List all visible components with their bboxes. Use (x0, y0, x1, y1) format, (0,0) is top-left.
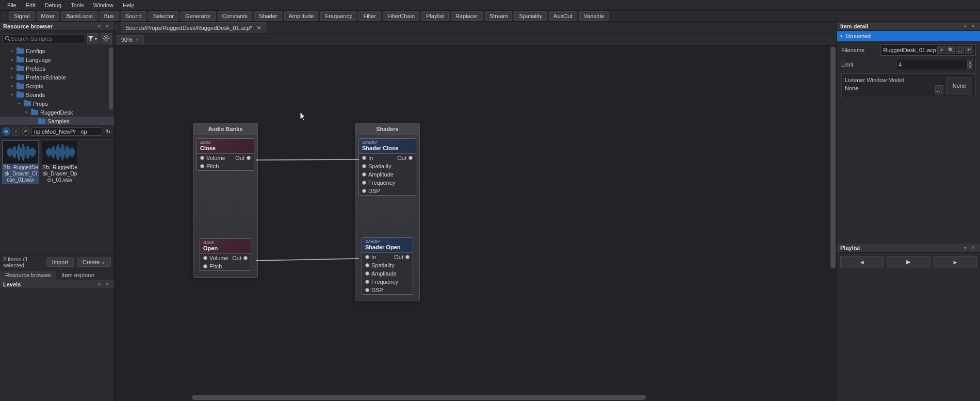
group-shaders[interactable]: Shaders Shader Shader Close InOut Spatia… (355, 123, 420, 301)
nav-up-button[interactable]: ↶ (22, 127, 30, 136)
menu-edit[interactable]: Edit (22, 1, 40, 9)
reset-icon[interactable]: ↶ (965, 46, 973, 54)
tree-row[interactable]: ▸Scripts (0, 82, 114, 90)
port-amplitude[interactable] (362, 172, 366, 177)
canvas-horizontal-scrollbar[interactable] (192, 395, 826, 400)
tab-item-explorer[interactable]: Item explorer (56, 270, 100, 280)
expand-arrow-icon[interactable]: ▾ (24, 110, 29, 115)
menu-debug[interactable]: Debug (41, 1, 66, 9)
panel-options-icon[interactable]: ▾ (961, 244, 969, 251)
port-amplitude[interactable] (365, 271, 369, 276)
port-frequency[interactable] (362, 181, 366, 185)
tool-sound[interactable]: Sound (121, 11, 146, 21)
browse-icon[interactable]: 🔍 (946, 46, 955, 54)
tab-resource-browser[interactable]: Resource browser (0, 270, 56, 280)
tree-row[interactable]: ▾Props (0, 99, 114, 108)
close-icon[interactable]: ✕ (256, 24, 262, 31)
tool-signal[interactable]: Signal (9, 11, 35, 21)
limit-spinner[interactable]: ▲▼ (967, 60, 973, 69)
port-in[interactable] (365, 255, 369, 259)
port-out[interactable] (405, 255, 410, 259)
expand-arrow-icon[interactable]: ▸ (9, 57, 14, 62)
tool-replacer[interactable]: Replacer (451, 11, 483, 21)
menu-window[interactable]: Window (89, 1, 118, 9)
group-audio-banks[interactable]: Audio Banks Bank Close Volume Out Pitch (193, 123, 258, 278)
tree-row[interactable]: ▾RuggedDesk (0, 108, 114, 117)
tool-variable[interactable]: Variable (579, 11, 609, 21)
tree-row[interactable]: ▸PrefabsEditable (0, 73, 114, 82)
panel-options-icon[interactable]: ▾ (95, 23, 103, 30)
node-bank-close[interactable]: Bank Close Volume Out Pitch (197, 138, 254, 171)
menu-file[interactable]: File (3, 1, 21, 9)
tool-mixer[interactable]: Mixer (37, 11, 60, 21)
tree-row[interactable]: ▾Sounds (0, 90, 114, 99)
playlist-play-button[interactable]: ▶ (887, 256, 930, 268)
nav-back-button[interactable]: ○ (12, 127, 20, 136)
port-out[interactable] (409, 156, 413, 160)
levels-close-icon[interactable]: ✕ (104, 281, 111, 288)
expand-arrow-icon[interactable]: ▾ (9, 92, 14, 97)
sample-thumbnail[interactable]: Sfx_RuggedDesk_Drawer_Close_01.wav (2, 140, 39, 184)
node-canvas[interactable]: Audio Banks Bank Close Volume Out Pitch (115, 45, 837, 401)
port-spatiality[interactable] (365, 263, 369, 267)
expand-arrow-icon[interactable]: ▸ (9, 75, 14, 79)
sample-thumbnail[interactable]: Sfx_RuggedDesk_Drawer_Open_01.wav (41, 140, 78, 184)
filter-button[interactable]: ▼ (87, 33, 99, 44)
document-tab[interactable]: Sounds/Props/RuggedDesk/RuggedDesk_01.ac… (121, 22, 266, 33)
port-spatiality[interactable] (362, 164, 366, 168)
tool-playlist[interactable]: Playlist (421, 11, 449, 21)
tool-shader[interactable]: Shader (254, 11, 282, 21)
expand-arrow-icon[interactable]: ▾ (17, 101, 22, 106)
tree-row[interactable]: Samples (0, 117, 114, 125)
tool-auxout[interactable]: AuxOut (549, 11, 577, 21)
port-dsp[interactable] (362, 189, 366, 193)
lwm-browse-icon[interactable]: … (935, 85, 943, 94)
import-button[interactable]: Import (46, 258, 74, 267)
breadcrumb[interactable]: npleMod_NewPr › np (31, 127, 102, 136)
tool-generator[interactable]: Generator (181, 11, 216, 21)
nav-home-button[interactable]: ⊕ (2, 127, 10, 136)
tool-spatiality[interactable]: Spatiality (514, 11, 547, 21)
port-in-volume[interactable] (200, 156, 204, 160)
expand-arrow-icon[interactable]: ▸ (9, 49, 14, 53)
port-in-pitch[interactable] (200, 164, 204, 168)
open-external-icon[interactable]: ↗ (937, 46, 945, 54)
limit-field[interactable]: 4 ▲▼ (896, 59, 976, 70)
playlist-prev-button[interactable]: ◄ (840, 256, 884, 268)
search-box[interactable] (2, 34, 85, 43)
tree-row[interactable]: ▸Language (0, 55, 114, 64)
toolbar-grip[interactable] (3, 12, 6, 20)
node-bank-open[interactable]: Bank Open Volume Out Pitch (200, 238, 251, 271)
resource-tree[interactable]: ▸Configs▸Language▸Prefabs▸PrefabsEditabl… (0, 46, 114, 125)
node-shader-close[interactable]: Shader Shader Close InOut Spatiality Amp… (358, 138, 416, 196)
menu-help[interactable]: Help (119, 1, 139, 9)
tree-row[interactable]: ▸Configs (0, 46, 114, 55)
tool-frequency[interactable]: Frequency (320, 11, 356, 21)
port-dsp[interactable] (365, 288, 369, 292)
port-out[interactable] (243, 256, 248, 260)
tool-constants[interactable]: Constants (218, 11, 253, 21)
lwm-field[interactable]: None (845, 85, 933, 94)
doc-grip[interactable] (116, 24, 119, 31)
tool-banklocal[interactable]: BankLocal (61, 11, 97, 21)
settings-button[interactable] (101, 33, 112, 44)
tree-scrollbar[interactable] (109, 47, 113, 109)
expand-arrow-icon[interactable]: ▸ (9, 66, 14, 71)
refresh-button[interactable]: ↻ (104, 127, 112, 136)
node-shader-open[interactable]: Shader Shader Open InOut Spatiality Ampl… (362, 237, 413, 295)
panel-close-icon[interactable]: ✕ (970, 244, 977, 251)
port-frequency[interactable] (365, 280, 369, 284)
tool-filterchain[interactable]: FilterChain (383, 11, 419, 21)
levels-options-icon[interactable]: ▾ (95, 281, 103, 288)
panel-close-icon[interactable]: ✕ (970, 23, 977, 30)
section-unsorted[interactable]: ▾ Unsorted (837, 31, 980, 41)
playlist-next-button[interactable]: ► (934, 256, 977, 268)
search-input[interactable] (11, 36, 83, 42)
tool-selector[interactable]: Selector (149, 11, 178, 21)
tree-row[interactable]: ▸Prefabs (0, 64, 114, 73)
create-button[interactable]: Create▼ (77, 258, 111, 267)
tool-amplitude[interactable]: Amplitude (284, 11, 319, 21)
port-in-pitch[interactable] (203, 264, 207, 268)
zoom-selector[interactable]: 90% ▼ (117, 35, 144, 44)
filename-field[interactable]: RuggedDesk_01.acp ↗ 🔍 … ↶ (880, 44, 976, 56)
